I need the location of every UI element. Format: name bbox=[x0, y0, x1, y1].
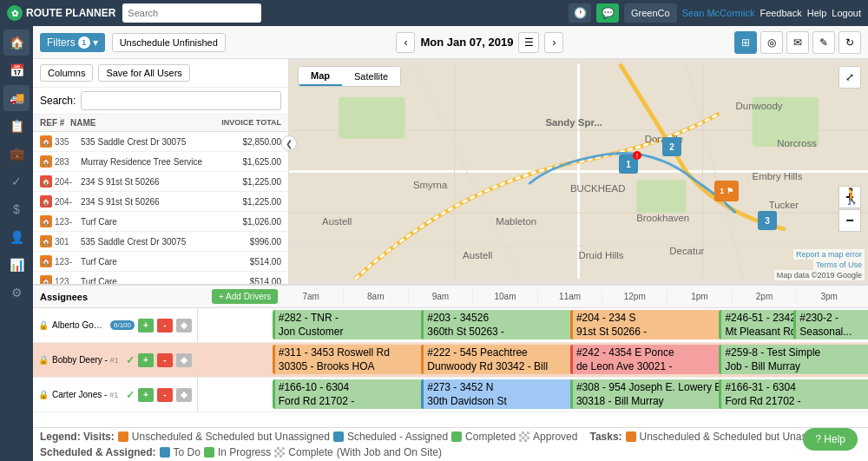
prev-date-button[interactable]: ‹ bbox=[396, 32, 415, 53]
sidebar-item-list[interactable]: 📋 bbox=[3, 113, 30, 139]
scheduler-rows: 🔒 Alberto Gonzalez - #1 6/100 + - ◆ #282… bbox=[33, 308, 868, 427]
legend-icon-complete bbox=[274, 447, 285, 458]
schedule-card[interactable]: #230-2 -Seasonal... bbox=[793, 310, 868, 339]
job-list-row[interactable]: 🏠 335 535 Saddle Crest Dr 30075 $2,850.0… bbox=[33, 132, 288, 152]
job-list-row[interactable]: 🏠 204- 234 S 91st St 50266 $1,225.00 bbox=[33, 192, 288, 212]
columns-button[interactable]: Columns bbox=[40, 64, 93, 82]
help-btn-nav[interactable]: Help bbox=[807, 8, 827, 18]
job-list-row[interactable]: 🏠 283 Murray Residence Tree Service $1,6… bbox=[33, 152, 288, 172]
job-list-row[interactable]: 🏠 123 Turf Care $514.00 bbox=[33, 272, 288, 284]
zoom-out-btn[interactable]: − bbox=[838, 209, 861, 232]
username-label[interactable]: Sean McCormick bbox=[682, 8, 755, 18]
save-all-users-button[interactable]: Save for All Users bbox=[98, 64, 189, 82]
job-list-row[interactable]: 🏠 123- Turf Care $1,026.00 bbox=[33, 212, 288, 232]
logout-btn[interactable]: Logout bbox=[832, 8, 861, 18]
middle-section: ❮ Columns Save for All Users Search: REF… bbox=[33, 59, 868, 284]
filter-badge: 1 bbox=[78, 36, 90, 49]
sidebar-item-dollar[interactable]: $ bbox=[3, 196, 30, 222]
legend-note: (With Job and On Site) bbox=[337, 446, 442, 458]
assignee-remove-btn[interactable]: - bbox=[157, 319, 173, 333]
assignee-add-btn[interactable]: + bbox=[138, 388, 154, 402]
filter-button[interactable]: Filters 1 ▾ bbox=[40, 33, 105, 52]
job-list-row[interactable]: 🏠 123- Turf Care $514.00 bbox=[33, 252, 288, 272]
job-icon: 🏠 bbox=[40, 195, 52, 207]
search-input[interactable] bbox=[122, 3, 261, 23]
route-marker-2[interactable]: 2 bbox=[662, 137, 681, 156]
time-slot-label: 8am bbox=[343, 289, 408, 304]
assignee-info: 🔒 Bobby Deery - #1 ✓ + - ◆ bbox=[33, 343, 198, 377]
add-drivers-btn[interactable]: + Add Drivers bbox=[212, 289, 278, 304]
time-slot-label: 7am bbox=[278, 289, 343, 304]
assignee-remove-btn[interactable]: - bbox=[157, 388, 173, 402]
split-view-btn[interactable]: ⊞ bbox=[734, 31, 757, 54]
next-date-button[interactable]: › bbox=[544, 32, 563, 53]
map-tab-map[interactable]: Map bbox=[299, 67, 342, 86]
map-terms-link[interactable]: Terms of Use bbox=[813, 260, 865, 270]
assignee-add-btn[interactable]: + bbox=[138, 319, 154, 333]
route-marker-4[interactable]: 3 bbox=[758, 211, 777, 230]
job-invoice: $1,625.00 bbox=[225, 157, 281, 167]
legend-icon-completed bbox=[451, 431, 462, 442]
feedback-btn[interactable]: Feedback bbox=[760, 8, 801, 18]
job-list-row[interactable]: 🏠 301 535 Saddle Crest Dr 30075 $996.00 bbox=[33, 232, 288, 252]
sidebar-item-settings[interactable]: ⚙ bbox=[3, 280, 30, 306]
map-person-icon[interactable]: 🚶 bbox=[842, 187, 861, 206]
map-fullscreen-btn[interactable]: ⤢ bbox=[838, 66, 861, 89]
sidebar-item-chart[interactable]: 📊 bbox=[3, 252, 30, 278]
assignee-name: Carter Jones - #1 bbox=[52, 390, 122, 399]
clock-icon-btn[interactable]: 🕐 bbox=[569, 3, 591, 23]
legend-bar: Legend: Visits: Unscheduled & Scheduled … bbox=[33, 427, 868, 461]
legend-icon-unscheduled bbox=[118, 431, 128, 442]
map-container[interactable]: Sandy Spr... Dunwoody Norcross Doraville… bbox=[289, 59, 868, 284]
schedule-card[interactable]: #166-31 - 6304Ford Rd 21702 - bbox=[719, 379, 868, 409]
scheduler-header: Assignees + Add Drivers 7am8am9am10am11a… bbox=[33, 286, 868, 308]
job-ref: 204- bbox=[55, 177, 81, 187]
search-label: Search: bbox=[40, 95, 76, 107]
job-search-input[interactable] bbox=[81, 91, 281, 110]
email-view-btn[interactable]: ✉ bbox=[786, 31, 809, 54]
sidebar-item-home[interactable]: 🏠 bbox=[3, 30, 30, 56]
navbar: ✿ ROUTE PLANNER 🕐 💬 GreenCo Sean McCormi… bbox=[0, 0, 868, 26]
assignee-row: 🔒 Bobby Deery - #1 ✓ + - ◆ #311 - 3453 R… bbox=[33, 343, 868, 378]
legend-icon-todo bbox=[160, 447, 170, 458]
refresh-btn[interactable]: ↻ bbox=[838, 31, 861, 54]
content-area: Filters 1 ▾ Unschedule Unfinished ‹ Mon … bbox=[33, 26, 868, 461]
map-tab-satellite[interactable]: Satellite bbox=[342, 67, 400, 86]
job-list-row[interactable]: 🏠 204- 234 S 91st St 50266 $1,225.00 bbox=[33, 172, 288, 192]
job-name: 535 Saddle Crest Dr 30075 bbox=[81, 137, 225, 147]
assignee-remove-btn[interactable]: - bbox=[157, 353, 173, 367]
map-view-btn[interactable]: ◎ bbox=[760, 31, 783, 54]
table-header: REF # NAME INVOICE TOTAL bbox=[33, 115, 288, 132]
map-report-link[interactable]: Report a map error bbox=[793, 249, 865, 260]
calendar-icon[interactable]: ☰ bbox=[518, 32, 539, 53]
chat-icon-btn[interactable]: 💬 bbox=[596, 3, 619, 23]
collapse-panel-btn[interactable]: ❮ bbox=[281, 135, 297, 151]
left-sidebar: 🏠 📅 🚚 📋 💼 ✓ $ 👤 📊 ⚙ bbox=[0, 26, 33, 461]
col-invoice-label: INVOICE TOTAL bbox=[220, 118, 281, 128]
legend-inprogress-label: In Progress bbox=[218, 446, 271, 458]
assignee-settings-btn[interactable]: ◆ bbox=[176, 353, 192, 367]
company-selector[interactable]: GreenCo bbox=[624, 3, 677, 23]
job-search-row: Search: bbox=[33, 88, 288, 115]
assignee-settings-btn[interactable]: ◆ bbox=[176, 388, 192, 402]
route-marker-3[interactable]: 1 ⚑ bbox=[714, 181, 739, 201]
job-invoice: $1,225.00 bbox=[225, 197, 281, 207]
sidebar-item-calendar[interactable]: 📅 bbox=[3, 57, 30, 83]
sidebar-item-check[interactable]: ✓ bbox=[3, 168, 30, 194]
sidebar-item-person[interactable]: 👤 bbox=[3, 224, 30, 250]
route-marker-1[interactable]: 1 ! bbox=[619, 155, 638, 174]
schedule-card[interactable]: #259-8 - Test SimpleJob - Bill Murray bbox=[719, 345, 868, 374]
sidebar-item-briefcase[interactable]: 💼 bbox=[3, 141, 30, 167]
help-floating-btn[interactable]: ? Help bbox=[803, 428, 858, 451]
main-toolbar: Filters 1 ▾ Unschedule Unfinished ‹ Mon … bbox=[33, 26, 868, 59]
legend-unscheduled-label: Unscheduled & Scheduled but Unassigned bbox=[132, 431, 330, 443]
edit-view-btn[interactable]: ✎ bbox=[812, 31, 835, 54]
assignee-settings-btn[interactable]: ◆ bbox=[176, 319, 192, 333]
time-slot-label: 10am bbox=[472, 289, 537, 304]
unschedule-button[interactable]: Unschedule Unfinished bbox=[112, 33, 226, 52]
assignee-add-btn[interactable]: + bbox=[138, 353, 154, 367]
job-list-toolbar: Columns Save for All Users bbox=[33, 59, 288, 88]
job-icon: 🏠 bbox=[40, 135, 52, 148]
sidebar-item-truck[interactable]: 🚚 bbox=[3, 85, 30, 111]
job-icon: 🏠 bbox=[40, 275, 52, 284]
